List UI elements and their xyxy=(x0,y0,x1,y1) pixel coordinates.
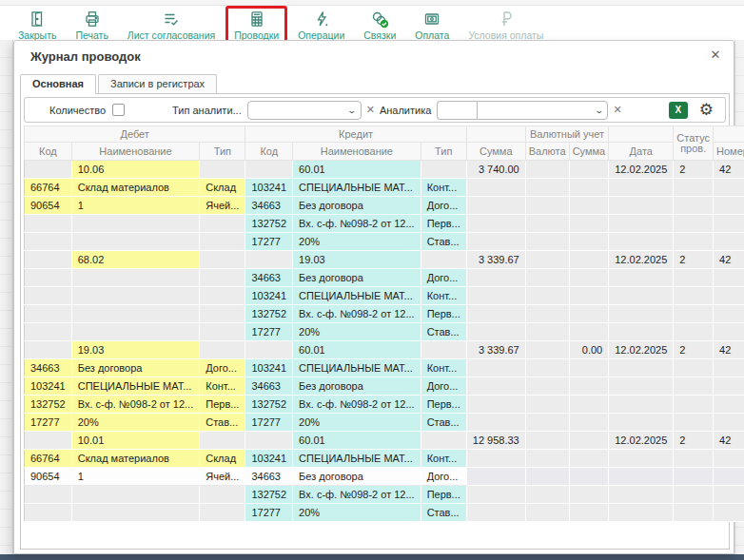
close-icon[interactable]: ✕ xyxy=(707,47,724,64)
status-cell[interactable] xyxy=(674,215,714,233)
debit-code-cell[interactable] xyxy=(25,504,72,522)
credit-type-cell[interactable]: Став... xyxy=(421,504,466,522)
print-button[interactable]: Печать xyxy=(67,6,116,44)
currency-sum-cell[interactable] xyxy=(569,359,609,377)
credit-name-cell[interactable]: 20% xyxy=(293,233,421,251)
sum-cell[interactable] xyxy=(466,233,525,251)
debit-code-cell[interactable] xyxy=(25,341,72,359)
credit-code-cell[interactable]: 17277 xyxy=(245,233,293,251)
credit-code-cell[interactable] xyxy=(245,432,293,450)
debit-type-cell[interactable] xyxy=(200,215,245,233)
debit-type-cell[interactable] xyxy=(200,269,245,287)
credit-name-cell[interactable]: Без договора xyxy=(293,269,421,287)
debit-account-cell[interactable]: 10.01 xyxy=(71,432,200,450)
debit-code-cell[interactable]: 17277 xyxy=(25,414,72,432)
currency-cell[interactable] xyxy=(525,396,569,414)
posting-detail-row[interactable]: 1727720%Став...1727720%Став... xyxy=(25,414,744,432)
debit-type-cell[interactable] xyxy=(200,305,245,323)
debit-type-cell[interactable] xyxy=(200,161,245,179)
credit-type-cell[interactable]: Перв... xyxy=(421,215,466,233)
credit-type-cell[interactable]: Перв... xyxy=(421,305,466,323)
credit-type-cell[interactable]: Дого... xyxy=(421,377,466,396)
number-cell[interactable] xyxy=(714,269,744,287)
date-cell[interactable] xyxy=(609,359,674,377)
credit-code-cell[interactable]: 132752 xyxy=(245,305,293,323)
currency-sum-cell[interactable] xyxy=(569,251,609,269)
operations-button[interactable]: Операции xyxy=(289,6,353,44)
credit-name-cell[interactable]: Вх. с-ф. №098-2 от 12... xyxy=(293,215,421,233)
status-cell[interactable] xyxy=(674,305,714,323)
debit-type-cell[interactable] xyxy=(200,486,245,504)
posting-detail-row[interactable]: 66764Склад материаловСклад103241СПЕЦИАЛЬ… xyxy=(25,450,744,468)
sum-cell[interactable] xyxy=(466,486,525,504)
debit-account-cell[interactable]: 10.06 xyxy=(71,161,200,179)
debit-code-cell[interactable] xyxy=(25,287,72,305)
currency-sum-cell[interactable] xyxy=(569,377,609,396)
credit-name-cell[interactable]: Без договора xyxy=(293,468,421,486)
number-cell[interactable] xyxy=(714,468,744,486)
date-cell[interactable] xyxy=(609,468,674,486)
debit-type-cell[interactable]: Дого... xyxy=(200,359,245,377)
credit-code-cell[interactable]: 17277 xyxy=(245,323,293,341)
debit-code-cell[interactable] xyxy=(25,215,72,233)
debit-code-cell[interactable] xyxy=(25,486,72,504)
sum-cell[interactable] xyxy=(466,396,525,414)
posting-detail-row[interactable]: 132752Вх. с-ф. №098-2 от 12...Перв... xyxy=(25,486,744,504)
debit-type-cell[interactable]: Ячей... xyxy=(200,197,245,215)
number-cell[interactable] xyxy=(714,377,744,396)
credit-name-cell[interactable]: СПЕЦИАЛЬНЫЕ МАТ... xyxy=(293,179,421,197)
status-cell[interactable] xyxy=(674,197,714,215)
sum-cell[interactable]: 3 740.00 xyxy=(466,161,525,179)
approval-sheet-button[interactable]: Лист согласования xyxy=(119,6,224,44)
tab-main[interactable]: Основная xyxy=(20,74,96,94)
credit-type-cell[interactable]: Став... xyxy=(421,323,466,341)
number-cell[interactable] xyxy=(714,233,744,251)
credit-type-cell[interactable] xyxy=(421,161,466,179)
credit-name-cell[interactable]: Без договора xyxy=(293,377,421,396)
debit-name-cell[interactable]: СПЕЦИАЛЬНЫЕ МАТ... xyxy=(71,377,200,396)
credit-code-cell[interactable]: 132752 xyxy=(245,215,293,233)
currency-cell[interactable] xyxy=(525,450,569,468)
credit-type-cell[interactable]: Став... xyxy=(421,414,466,432)
number-cell[interactable] xyxy=(714,215,744,233)
posting-detail-row[interactable]: 103241СПЕЦИАЛЬНЫЕ МАТ...Конт...34663Без … xyxy=(25,377,744,396)
clear-analytics-type-icon[interactable]: ✕ xyxy=(366,104,375,116)
debit-type-cell[interactable] xyxy=(200,251,245,269)
currency-sum-cell[interactable] xyxy=(569,486,609,504)
credit-code-cell[interactable] xyxy=(245,161,293,179)
status-cell[interactable]: 2 xyxy=(674,161,714,179)
quantity-checkbox[interactable] xyxy=(112,104,125,116)
credit-name-cell[interactable]: 20% xyxy=(293,323,421,341)
posting-detail-row[interactable]: 34663Без договораДого... xyxy=(25,269,744,287)
debit-type-cell[interactable]: Конт... xyxy=(200,377,245,396)
debit-type-cell[interactable] xyxy=(200,341,245,359)
number-cell[interactable] xyxy=(714,396,744,414)
close-document-button[interactable]: Закрыть xyxy=(10,6,65,44)
status-cell[interactable]: 2 xyxy=(674,251,714,269)
sum-cell[interactable] xyxy=(466,323,525,341)
debit-code-cell[interactable]: 103241 xyxy=(25,377,72,396)
credit-code-cell[interactable]: 34663 xyxy=(245,377,293,396)
debit-code-cell[interactable] xyxy=(25,269,72,287)
credit-type-cell[interactable]: Перв... xyxy=(421,486,466,504)
debit-code-cell[interactable]: 66764 xyxy=(25,179,72,197)
debit-name-cell[interactable] xyxy=(71,269,200,287)
status-cell[interactable] xyxy=(674,377,714,396)
currency-sum-cell[interactable] xyxy=(569,414,609,432)
credit-name-cell[interactable]: 20% xyxy=(293,414,421,432)
sum-cell[interactable] xyxy=(466,414,525,432)
sum-cell[interactable]: 12 958.33 xyxy=(466,432,525,450)
number-cell[interactable]: 42 xyxy=(714,341,744,359)
sum-cell[interactable] xyxy=(466,450,525,468)
posting-detail-row[interactable]: 132752Вх. с-ф. №098-2 от 12...Перв... xyxy=(25,305,744,323)
sum-cell[interactable] xyxy=(466,215,525,233)
number-cell[interactable] xyxy=(714,179,744,197)
credit-code-cell[interactable]: 34663 xyxy=(245,197,293,215)
status-cell[interactable] xyxy=(674,468,714,486)
credit-account-cell[interactable]: 19.03 xyxy=(293,251,421,269)
posting-detail-row[interactable]: 66764Склад материаловСклад103241СПЕЦИАЛЬ… xyxy=(25,179,744,197)
debit-type-cell[interactable] xyxy=(200,432,245,450)
debit-type-cell[interactable] xyxy=(200,504,245,522)
sum-cell[interactable] xyxy=(466,377,525,396)
credit-type-cell[interactable]: Перв... xyxy=(421,396,466,414)
